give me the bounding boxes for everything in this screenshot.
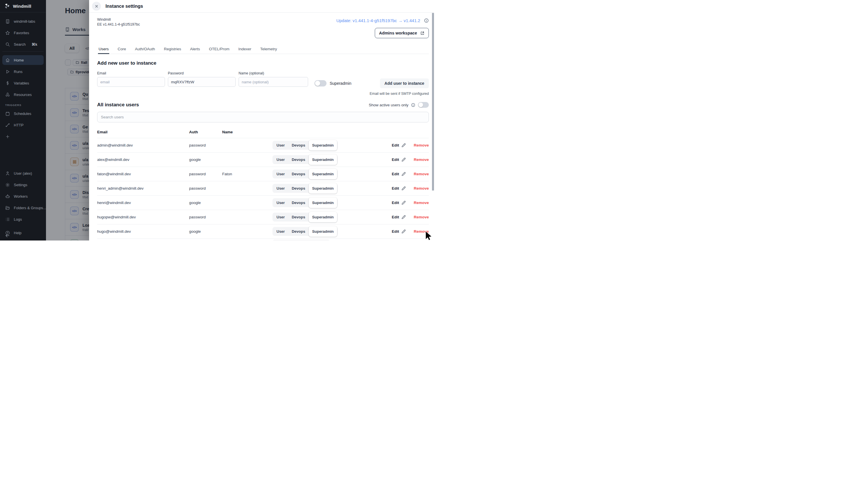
sidebar-item-favorites[interactable]: Favorites — [2, 28, 44, 38]
sidebar-item-settings[interactable]: Settings — [2, 180, 44, 190]
info-icon[interactable] — [424, 18, 429, 23]
role-superadmin-button[interactable]: Superadmin — [309, 197, 337, 208]
email-field[interactable] — [97, 77, 165, 87]
pencil-icon[interactable] — [402, 157, 406, 162]
admins-workspace-button[interactable]: Admins workspace — [375, 28, 429, 38]
windmill-logo-icon — [4, 3, 10, 9]
edit-button[interactable]: Edit — [392, 186, 399, 191]
sidebar-item-schedules[interactable]: Schedules — [2, 108, 44, 118]
remove-button[interactable]: Remove — [413, 186, 429, 191]
column-header-name: Name — [222, 130, 273, 134]
role-superadmin-button[interactable]: Superadmin — [309, 183, 337, 194]
sidebar-item-runs[interactable]: Runs — [2, 67, 44, 76]
role-selector[interactable]: User Devops Superadmin — [273, 213, 338, 222]
role-devops-button[interactable]: Devops — [288, 141, 309, 150]
role-devops-button[interactable]: Devops — [288, 155, 309, 164]
tab-registries[interactable]: Registries — [163, 45, 182, 54]
role-devops-button[interactable]: Devops — [288, 184, 309, 193]
edit-button[interactable]: Edit — [392, 229, 399, 234]
role-superadmin-button[interactable]: Superadmin — [309, 212, 337, 222]
role-user-button[interactable]: User — [273, 184, 288, 193]
edit-button[interactable]: Edit — [392, 157, 399, 162]
sidebar-item-label: Folders & Groups... — [14, 206, 46, 210]
drawer-scrollbar[interactable] — [432, 13, 434, 241]
remove-button[interactable]: Remove — [413, 157, 429, 162]
remove-button[interactable]: Remove — [413, 200, 429, 205]
sidebar-logo-row[interactable]: Windmill — [0, 0, 46, 12]
info-icon[interactable] — [411, 103, 415, 107]
table-row: hugo@windmill.dev google User Devops Sup… — [97, 224, 429, 238]
sidebar-item-home[interactable]: Home — [2, 55, 44, 65]
sidebar-item-search[interactable]: Search ⌘k — [2, 39, 44, 49]
sidebar-item-workspace[interactable]: windmill-labs — [2, 17, 44, 26]
tab-indexer[interactable]: Indexer — [238, 45, 252, 54]
role-user-button[interactable]: User — [273, 141, 288, 150]
tab-core[interactable]: Core — [117, 45, 126, 54]
collapse-sidebar-button[interactable] — [5, 233, 10, 239]
edit-button[interactable]: Edit — [392, 215, 399, 219]
remove-button[interactable]: Remove — [413, 215, 429, 219]
pencil-icon[interactable] — [402, 172, 406, 176]
role-user-button[interactable]: User — [273, 155, 288, 164]
edit-button[interactable]: Edit — [392, 200, 399, 205]
role-selector[interactable]: User Devops Superadmin — [273, 227, 338, 236]
remove-button[interactable]: Remove — [413, 143, 429, 148]
pencil-icon[interactable] — [402, 215, 406, 219]
role-user-button[interactable]: User — [273, 198, 288, 207]
edit-button[interactable]: Edit — [392, 172, 399, 176]
pencil-icon[interactable] — [402, 200, 406, 205]
pencil-icon[interactable] — [402, 186, 406, 191]
close-button[interactable] — [92, 2, 101, 11]
sidebar-item-logs[interactable]: Logs — [2, 214, 44, 224]
star-icon — [5, 30, 10, 35]
role-devops-button[interactable]: Devops — [288, 227, 309, 236]
role-devops-button[interactable]: Devops — [288, 198, 309, 207]
role-selector[interactable]: User Devops Superadmin — [273, 169, 338, 179]
add-trigger-button[interactable] — [2, 132, 44, 141]
tab-telemetry[interactable]: Telemetry — [259, 45, 278, 54]
search-users-input[interactable] — [97, 112, 429, 122]
remove-button[interactable]: Remove — [413, 172, 429, 176]
edit-button[interactable]: Edit — [392, 143, 399, 148]
role-devops-button[interactable]: Devops — [288, 213, 309, 222]
sidebar-item-folders-groups[interactable]: Folders & Groups... — [2, 203, 44, 213]
sidebar-item-workers[interactable]: Workers — [2, 191, 44, 201]
role-superadmin-button[interactable]: Superadmin — [309, 226, 337, 237]
role-devops-button[interactable]: Devops — [288, 169, 309, 179]
role-selector[interactable]: User Devops Superadmin — [273, 198, 338, 207]
show-active-toggle[interactable] — [418, 102, 429, 108]
sidebar-item-variables[interactable]: Variables — [2, 78, 44, 88]
user-email: henri@windmill.dev — [97, 200, 189, 205]
pencil-icon[interactable] — [402, 229, 406, 234]
role-user-button[interactable]: User — [273, 169, 288, 179]
pencil-icon[interactable] — [402, 143, 406, 148]
scrollbar-thumb[interactable] — [432, 13, 434, 191]
tab-alerts[interactable]: Alerts — [189, 45, 200, 54]
sidebar-item-label: Runs — [14, 69, 23, 74]
role-superadmin-button[interactable]: Superadmin — [309, 140, 337, 151]
role-user-button[interactable]: User — [273, 213, 288, 222]
add-user-button[interactable]: Add user to instance — [380, 78, 429, 88]
password-field[interactable] — [168, 77, 236, 87]
tab-auth-oauth[interactable]: Auth/OAuth — [134, 45, 156, 54]
role-selector[interactable]: User Devops Superadmin — [273, 141, 338, 150]
sidebar-item-user[interactable]: User (alex) — [2, 168, 44, 178]
sidebar-item-label: Help — [14, 231, 22, 235]
role-superadmin-button[interactable]: Superadmin — [309, 169, 337, 179]
tab-otel-prom[interactable]: OTEL/Prom — [208, 45, 230, 54]
sidebar-item-label: Variables — [14, 81, 29, 85]
tab-users[interactable]: Users — [98, 45, 109, 54]
user-auth: google — [189, 200, 222, 205]
update-link[interactable]: Update: v1.441.1-4-g51f5197bc → v1.441.2 — [336, 18, 420, 23]
drawer-title: Instance settings — [105, 4, 143, 9]
sidebar-item-http[interactable]: HTTP — [2, 120, 44, 130]
role-selector[interactable]: User Devops Superadmin — [273, 184, 338, 193]
role-selector[interactable]: User Devops Superadmin — [273, 155, 338, 164]
drawer-header: Instance settings — [89, 0, 434, 13]
role-user-button[interactable]: User — [273, 227, 288, 236]
sidebar-item-resources[interactable]: Resources — [2, 90, 44, 99]
name-label: Name (optional) — [239, 71, 308, 75]
role-superadmin-button[interactable]: Superadmin — [309, 154, 337, 165]
superadmin-toggle[interactable] — [314, 80, 327, 87]
name-field[interactable] — [239, 77, 308, 87]
